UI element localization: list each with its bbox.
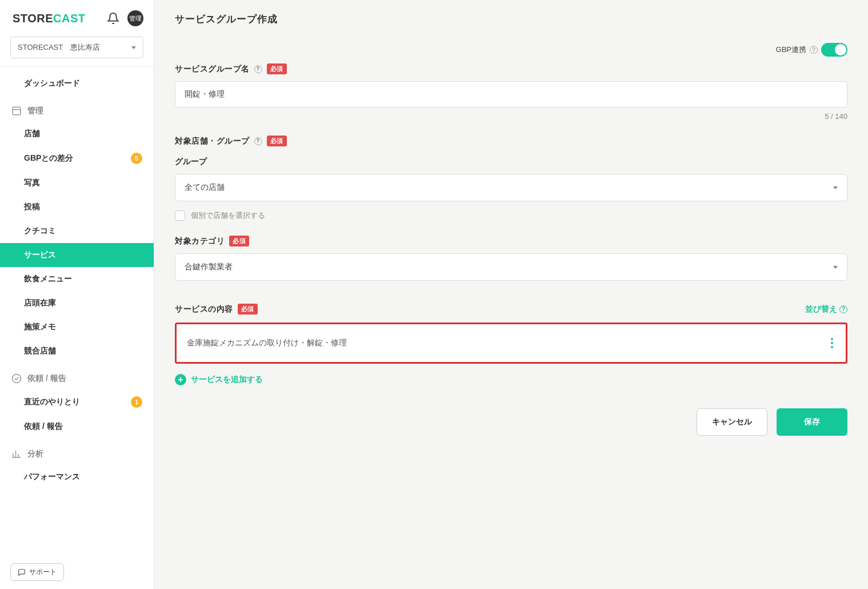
nav-label: 競合店舗 [24, 346, 56, 356]
services-label: サービスの内容 [175, 304, 233, 315]
group-select[interactable]: 全ての店舗 [175, 174, 847, 201]
nav-item-performance[interactable]: パフォーマンス [0, 465, 154, 489]
sidebar: STORECAST 管理 STORECAST 恵比寿店 ダッシュボード 管理 店… [0, 0, 154, 589]
nav-label: パフォーマンス [24, 472, 80, 482]
logo-store: STORE [13, 12, 53, 25]
top-icons: 管理 [107, 10, 143, 26]
category-label-row: 対象カテゴリ 必須 [175, 236, 847, 246]
manage-icon [11, 106, 22, 116]
group-name-input[interactable] [175, 81, 847, 108]
group-name-counter: 5 / 140 [175, 112, 847, 121]
nav-badge: 1 [131, 396, 142, 408]
target-label: 対象店舗・グループ [175, 136, 250, 146]
bell-icon[interactable] [107, 12, 119, 25]
service-item-text: 金庫施錠メカニズムの取り付け・解錠・修理 [187, 338, 347, 348]
sort-link[interactable]: 並び替え ? [805, 304, 847, 315]
nav-section-analysis: 分析 [0, 439, 154, 465]
sort-label: 並び替え [805, 304, 837, 315]
avatar-badge[interactable]: 管理 [127, 10, 143, 26]
nav-label: 店頭在庫 [24, 298, 56, 308]
nav-dashboard[interactable]: ダッシュボード [0, 71, 154, 95]
nav-label: 店舗 [24, 129, 40, 139]
individual-checkbox-label: 個別で店舗を選択する [191, 210, 265, 221]
target-label-row: 対象店舗・グループ ? 必須 [175, 136, 847, 146]
nav-item-request[interactable]: 依頼 / 報告 [0, 415, 154, 439]
required-tag: 必須 [238, 304, 258, 315]
add-service-button[interactable]: + サービスを追加する [175, 374, 847, 385]
gbp-link-toggle[interactable] [821, 43, 847, 57]
kebab-icon[interactable] [829, 336, 835, 351]
nav-item-stock[interactable]: 店頭在庫 [0, 291, 154, 315]
group-name-label: サービスグループ名 [175, 64, 250, 74]
group-select-value: 全ての店舗 [185, 182, 225, 193]
nav-item-menu[interactable]: 飲食メニュー [0, 267, 154, 291]
nav-item-post[interactable]: 投稿 [0, 195, 154, 219]
individual-checkbox-row: 個別で店舗を選択する [175, 210, 847, 221]
services-label-row: サービスの内容 必須 [175, 304, 258, 315]
nav-item-review[interactable]: クチコミ [0, 219, 154, 243]
main: サービスグループ作成 GBP連携 ? サービスグループ名 ? 必須 5 / 14… [154, 0, 868, 589]
nav-label: GBPとの差分 [24, 153, 73, 164]
category-select-value: 合鍵作製業者 [185, 262, 233, 272]
nav-item-competitor[interactable]: 競合店舗 [0, 339, 154, 363]
nav-label: 直近のやりとり [24, 397, 80, 407]
individual-checkbox[interactable] [175, 210, 185, 221]
support-button[interactable]: サポート [10, 563, 64, 581]
required-tag: 必須 [267, 63, 287, 74]
cancel-button[interactable]: キャンセル [697, 408, 767, 436]
nav-section-manage: 管理 [0, 95, 154, 122]
svg-rect-0 [13, 107, 21, 115]
nav-item-recent[interactable]: 直近のやりとり1 [0, 389, 154, 415]
check-circle-icon [11, 373, 22, 384]
add-service-label: サービスを追加する [191, 375, 263, 385]
main-header: サービスグループ作成 [154, 0, 868, 43]
footer-buttons: キャンセル 保存 [175, 408, 847, 436]
nav-label: サービス [24, 250, 56, 260]
store-select-value: STORECAST 恵比寿店 [18, 42, 100, 53]
service-item[interactable]: 金庫施錠メカニズムの取り付け・解錠・修理 [175, 323, 847, 364]
nav-item-photo[interactable]: 写真 [0, 171, 154, 195]
gbp-link-row: GBP連携 ? [175, 43, 847, 57]
page-title: サービスグループ作成 [175, 13, 847, 26]
gbp-link-label: GBP連携 [776, 45, 806, 55]
save-button[interactable]: 保存 [777, 408, 847, 436]
logo: STORECAST [13, 12, 86, 25]
group-sublabel: グループ [175, 157, 847, 167]
required-tag: 必須 [267, 136, 287, 146]
nav-section-request-label: 依頼 / 報告 [27, 373, 66, 384]
nav-section-request: 依頼 / 報告 [0, 363, 154, 389]
help-icon[interactable]: ? [810, 46, 818, 54]
help-icon[interactable]: ? [254, 65, 262, 73]
caret-down-icon [833, 186, 838, 189]
chart-icon [11, 449, 22, 459]
category-label: 対象カテゴリ [175, 236, 225, 246]
nav-item-service[interactable]: サービス [0, 243, 154, 267]
store-select-wrap: STORECAST 恵比寿店 [0, 37, 154, 67]
nav-section-manage-label: 管理 [27, 106, 43, 116]
nav-item-gbp-diff[interactable]: GBPとの差分5 [0, 146, 154, 171]
nav-label: 写真 [24, 178, 40, 188]
group-name-label-row: サービスグループ名 ? 必須 [175, 63, 847, 74]
nav-item-memo[interactable]: 施策メモ [0, 315, 154, 339]
caret-down-icon [833, 266, 838, 269]
chat-icon [18, 568, 26, 576]
required-tag: 必須 [229, 236, 249, 246]
nav-label: クチコミ [24, 226, 56, 236]
store-select[interactable]: STORECAST 恵比寿店 [10, 37, 143, 58]
nav-item-store[interactable]: 店舗 [0, 122, 154, 146]
nav-badge: 5 [131, 153, 142, 164]
support-label: サポート [29, 567, 57, 577]
plus-icon: + [175, 374, 186, 385]
help-icon[interactable]: ? [254, 137, 262, 145]
help-icon[interactable]: ? [839, 305, 847, 313]
nav-label: 飲食メニュー [24, 274, 72, 284]
content: GBP連携 ? サービスグループ名 ? 必須 5 / 140 対象店舗・グループ… [154, 43, 868, 589]
nav-label: 依頼 / 報告 [24, 421, 63, 432]
nav-label: 投稿 [24, 202, 40, 212]
nav: ダッシュボード 管理 店舗 GBPとの差分5 写真 投稿 クチコミ サービス 飲… [0, 67, 154, 589]
nav-section-analysis-label: 分析 [27, 449, 43, 459]
svg-point-1 [13, 375, 21, 383]
category-select[interactable]: 合鍵作製業者 [175, 253, 847, 281]
caret-down-icon [131, 46, 136, 49]
services-header: サービスの内容 必須 並び替え ? [175, 304, 847, 315]
